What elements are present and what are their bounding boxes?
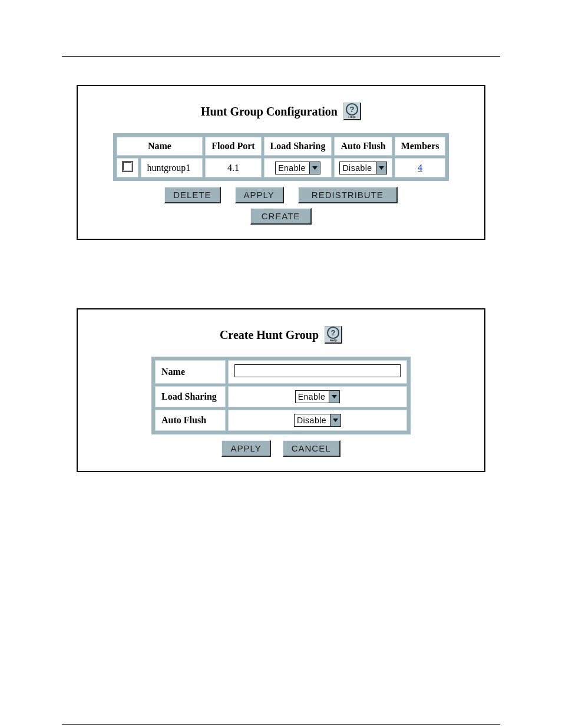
auto-flush-value: Disable: [340, 162, 375, 174]
chevron-down-icon: [330, 414, 340, 426]
page-top-rule: [62, 56, 500, 57]
auto-flush-value: Disable: [295, 414, 330, 426]
load-sharing-value: Enable: [296, 391, 329, 403]
row-select-checkbox[interactable]: [122, 161, 133, 172]
chevron-down-icon: [309, 162, 320, 174]
members-link[interactable]: 4: [418, 163, 422, 173]
table-row: huntgroup1 4.1 Enable Disable: [117, 158, 446, 177]
help-icon[interactable]: ? Help: [325, 326, 342, 344]
panel-title: Create Hunt Group: [220, 328, 319, 342]
auto-flush-select[interactable]: Disable: [339, 162, 386, 174]
help-question-icon: ?: [327, 327, 339, 339]
load-sharing-label: Load Sharing: [155, 386, 226, 407]
create-hunt-group-panel: Create Hunt Group ? Help Name Load Shari…: [77, 308, 485, 472]
svg-marker-1: [379, 166, 384, 170]
chevron-down-icon: [376, 162, 386, 174]
header-auto-flush: Auto Flush: [334, 137, 392, 156]
svg-marker-0: [312, 166, 318, 170]
header-flood-port: Flood Port: [205, 137, 261, 156]
row-flood-port: 4.1: [205, 158, 261, 177]
row-name: huntgroup1: [141, 158, 203, 177]
header-members: Members: [395, 137, 446, 156]
apply-button[interactable]: APPLY: [222, 440, 270, 457]
panel-title: Hunt Group Configuration: [201, 105, 338, 118]
hunt-group-configuration-panel: Hunt Group Configuration ? Help Name Flo…: [77, 85, 485, 240]
header-name: Name: [117, 137, 203, 156]
name-input[interactable]: [234, 364, 401, 377]
help-question-icon: ?: [346, 103, 358, 116]
create-button[interactable]: CREATE: [250, 208, 312, 225]
name-label: Name: [155, 360, 226, 384]
svg-marker-3: [333, 419, 338, 422]
chevron-down-icon: [329, 391, 339, 403]
load-sharing-select[interactable]: Enable: [275, 162, 320, 174]
create-hunt-group-form: Name Load Sharing Enable Auto Flus: [151, 357, 411, 434]
load-sharing-select[interactable]: Enable: [295, 390, 340, 403]
apply-button[interactable]: APPLY: [235, 187, 284, 203]
table-header-row: Name Flood Port Load Sharing Auto Flush …: [117, 137, 446, 156]
page-bottom-rule: [62, 724, 500, 725]
auto-flush-label: Auto Flush: [155, 410, 226, 431]
svg-marker-2: [332, 395, 337, 398]
cancel-button[interactable]: CANCEL: [283, 440, 340, 457]
hunt-group-table: Name Flood Port Load Sharing Auto Flush …: [113, 133, 449, 181]
form-row-name: Name: [155, 360, 407, 384]
help-label: Help: [329, 338, 336, 342]
help-label: Help: [348, 115, 355, 118]
help-icon[interactable]: ? Help: [343, 103, 361, 120]
header-load-sharing: Load Sharing: [264, 137, 332, 156]
form-row-auto-flush: Auto Flush Disable: [155, 410, 407, 431]
load-sharing-value: Enable: [276, 162, 309, 174]
delete-button[interactable]: DELETE: [164, 187, 220, 203]
form-row-load-sharing: Load Sharing Enable: [155, 386, 407, 407]
redistribute-button[interactable]: REDISTRIBUTE: [298, 187, 398, 203]
auto-flush-select[interactable]: Disable: [294, 414, 341, 427]
